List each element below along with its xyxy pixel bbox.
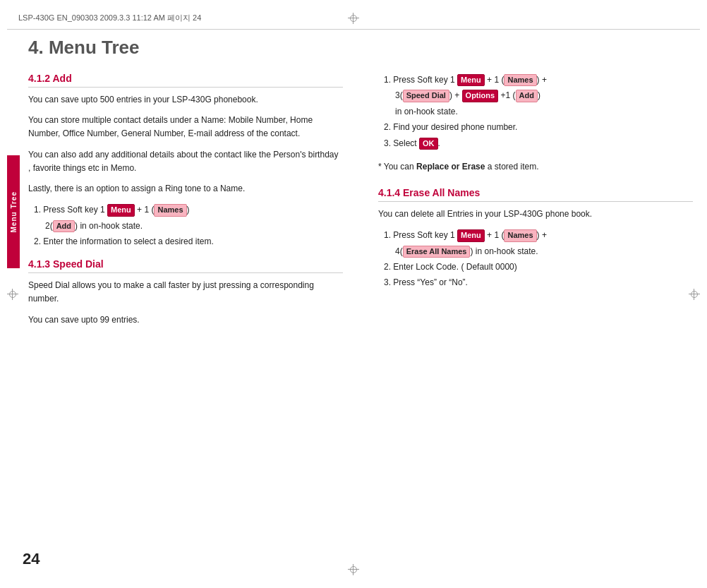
section-413-para1: Speed Dial allows you to make a call fas… bbox=[28, 279, 343, 306]
section-412-para2: You can store multiple contact details u… bbox=[28, 114, 343, 140]
step1-plus1: + 1 ( bbox=[135, 205, 155, 215]
section-414-step3: 3. Press “Yes” or “No”. bbox=[384, 275, 693, 289]
page-title: 4. Menu Tree bbox=[28, 37, 693, 59]
section-412-steps: 1. Press Soft key 1 Menu + 1 (Names) 2(A… bbox=[34, 203, 343, 248]
right-step1b-mid: ) + bbox=[449, 90, 462, 100]
right-step1b-plus: +1 ( bbox=[498, 90, 515, 100]
note-end: a stored item. bbox=[485, 162, 538, 172]
right-step1c: in on-hook state. bbox=[395, 104, 693, 119]
step1-prefix: 1. Press Soft key 1 bbox=[34, 205, 107, 215]
s414-step1-plus1: + 1 ( bbox=[485, 230, 504, 240]
side-tab-label: Menu Tree bbox=[10, 191, 18, 232]
right-step1-prefix: 1. Press Soft key 1 bbox=[384, 75, 457, 85]
crosshair-circle-bottom bbox=[350, 566, 357, 573]
section-414-para1: You can delete all Entries in your LSP-4… bbox=[378, 208, 693, 221]
menu-key-2: Menu bbox=[457, 74, 485, 86]
section-414: 4.1.4 Erase All Names You can delete all… bbox=[378, 187, 693, 290]
right-step3-end: . bbox=[438, 138, 440, 148]
section-413-para2: You can save upto 99 entries. bbox=[28, 313, 343, 327]
section-413: 4.1.3 Speed Dial Speed Dial allows you t… bbox=[28, 258, 343, 327]
section-412-step1b: 2(Add) in on-hook state. bbox=[45, 219, 343, 233]
section-414-step1: 1. Press Soft key 1 Menu + 1 (Names) + bbox=[384, 228, 693, 242]
crosshair-circle-top bbox=[350, 15, 357, 22]
crosshair-circle-left bbox=[9, 291, 16, 298]
s414-step1-end: ) + bbox=[537, 230, 547, 240]
right-step1b: 3(Speed Dial) + Options +1 (Add) bbox=[395, 88, 693, 102]
content-area: 4. Menu Tree 4.1.2 Add You can save upto… bbox=[28, 30, 693, 567]
speeddial-key: Speed Dial bbox=[403, 90, 449, 102]
names-key-2: Names bbox=[504, 74, 536, 86]
section-414-step2: 2. Enter Lock Code. ( Default 0000) bbox=[384, 260, 693, 274]
s414-step1b-end: ) in on-hook state. bbox=[470, 246, 538, 256]
menu-key-1: Menu bbox=[107, 204, 135, 216]
eraseall-key: Erase All Names bbox=[403, 246, 471, 258]
section-412-step1: 1. Press Soft key 1 Menu + 1 (Names) bbox=[34, 203, 343, 217]
right-step1b-end: ) bbox=[538, 90, 540, 100]
options-key: Options bbox=[462, 90, 499, 102]
left-column: 4.1.2 Add You can save upto 500 entries … bbox=[28, 73, 350, 567]
section-414-step1b: 4(Erase All Names) in on-hook state. bbox=[395, 244, 693, 258]
note-bold: Replace or Erase bbox=[416, 162, 485, 172]
two-column-layout: 4.1.2 Add You can save upto 500 entries … bbox=[28, 73, 693, 567]
section-412-title: 4.1.2 Add bbox=[28, 73, 343, 88]
side-tab: Menu Tree bbox=[7, 155, 20, 268]
right-step3: 3. Select OK. bbox=[384, 136, 693, 150]
right-step1-plus1: + 1 ( bbox=[485, 75, 504, 85]
crosshair-left-icon bbox=[7, 289, 18, 300]
right-step1-end: ) + bbox=[537, 75, 547, 85]
section-412-para1: You can save upto 500 entries in your LS… bbox=[28, 93, 343, 107]
right-column: 1. Press Soft key 1 Menu + 1 (Names) + 3… bbox=[371, 73, 693, 567]
step1b-num: 2( bbox=[45, 221, 53, 231]
section-412-para4: Lastly, there is an option to assign a R… bbox=[28, 182, 343, 196]
ok-key: OK bbox=[419, 138, 438, 150]
right-step1c-text: in on-hook state. bbox=[395, 107, 458, 116]
crosshair-top-icon bbox=[348, 13, 359, 24]
add-key-1: Add bbox=[53, 220, 75, 232]
names-key-3: Names bbox=[504, 229, 536, 241]
step1-end: ) bbox=[187, 205, 190, 215]
section-413-title: 4.1.3 Speed Dial bbox=[28, 258, 343, 273]
section-414-steps: 1. Press Soft key 1 Menu + 1 (Names) + 4… bbox=[384, 228, 693, 290]
right-step3-prefix: 3. Select bbox=[384, 138, 419, 148]
section-412-right-steps: 1. Press Soft key 1 Menu + 1 (Names) + 3… bbox=[384, 73, 693, 150]
add-key-2: Add bbox=[516, 90, 538, 102]
replace-erase-note: * You can Replace or Erase a stored item… bbox=[378, 162, 693, 172]
header-text: LSP-430G EN_090303 2009.3.3 11:12 AM 페이지… bbox=[18, 13, 201, 23]
menu-key-3: Menu bbox=[457, 229, 485, 241]
right-step2: 2. Find your desired phone number. bbox=[384, 120, 693, 134]
section-412-step2: 2. Enter the information to select a des… bbox=[34, 234, 343, 248]
names-key-1: Names bbox=[154, 204, 186, 216]
s414-step1b-num: 4( bbox=[395, 246, 403, 256]
note-prefix: * You can bbox=[378, 162, 416, 172]
right-step1b-num: 3( bbox=[395, 90, 403, 100]
section-414-title: 4.1.4 Erase All Names bbox=[378, 187, 693, 202]
right-step1: 1. Press Soft key 1 Menu + 1 (Names) + bbox=[384, 73, 693, 87]
section-412-para3: You can also add any additional details … bbox=[28, 148, 343, 175]
s414-step1-prefix: 1. Press Soft key 1 bbox=[384, 230, 457, 240]
step1b-end: ) in on-hook state. bbox=[75, 221, 143, 231]
